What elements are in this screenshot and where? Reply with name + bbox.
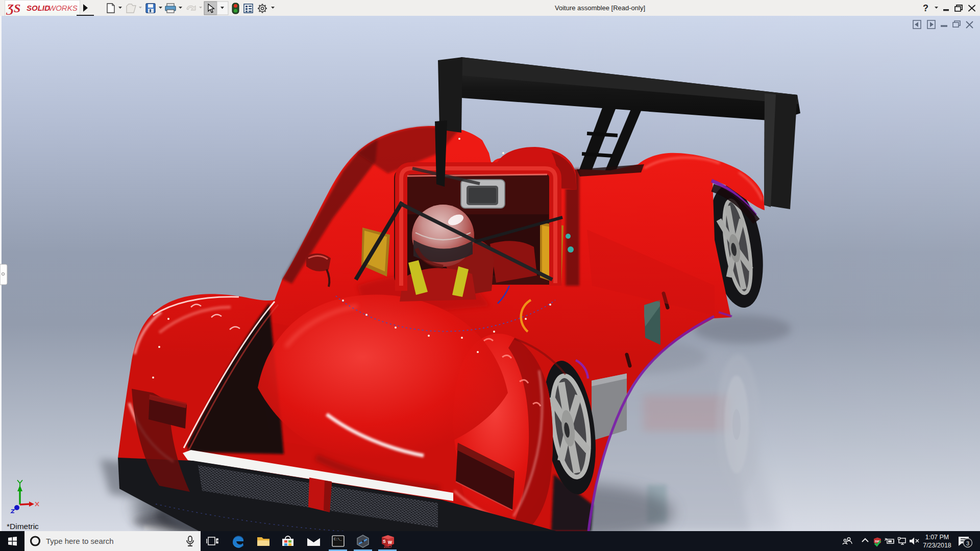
svg-text:1:07 PM: 1:07 PM: [925, 534, 949, 541]
svg-text:SOLID: SOLID: [27, 4, 50, 12]
svg-text:?: ?: [923, 3, 928, 13]
svg-text:ƷS: ƷS: [6, 2, 20, 15]
svg-text:W: W: [388, 540, 393, 545]
svg-text:2017: 2017: [384, 545, 392, 548]
svg-text:3: 3: [966, 540, 969, 546]
svg-text:C:\_: C:\_: [334, 538, 342, 541]
svg-text:WORKS: WORKS: [48, 4, 78, 12]
svg-text:*Dimetric: *Dimetric: [7, 522, 39, 531]
svg-text:7/23/2018: 7/23/2018: [923, 542, 951, 549]
svg-text:S: S: [383, 539, 386, 544]
svg-text:Type here to search: Type here to search: [46, 537, 114, 545]
